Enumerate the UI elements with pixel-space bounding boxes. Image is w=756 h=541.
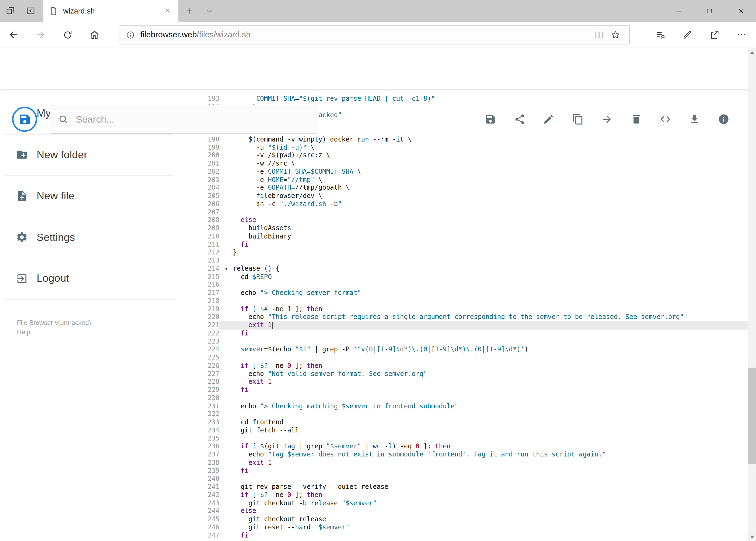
home-button[interactable] xyxy=(81,22,108,48)
share-page-button[interactable] xyxy=(701,22,728,48)
code-line-205[interactable]: 205 filebrowser/dev \ xyxy=(193,192,748,200)
code-line-209[interactable]: 209 buildAssets xyxy=(193,225,748,233)
sidebar-item-new-file[interactable]: New file xyxy=(4,176,173,217)
code-line-243[interactable]: 243 git checkout -b release "$semver" xyxy=(193,499,748,507)
code-line-219[interactable]: 219 if [ $# -ne 1 ]; then xyxy=(193,305,748,313)
code-line-242[interactable]: 242 if [ $? -ne 0 ]; then xyxy=(193,491,748,499)
sidebar-item-new-folder[interactable]: New folder xyxy=(4,135,173,176)
vertical-scrollbar[interactable] xyxy=(748,48,756,541)
new-tab-button[interactable] xyxy=(178,0,200,22)
copy-button[interactable] xyxy=(566,108,590,131)
code-line-236[interactable]: 236 if [ $(git tag | grep "$semver" | wc… xyxy=(193,443,748,451)
code-line-246[interactable]: 246 git reset --hard "$semver" xyxy=(193,523,748,532)
code-line-222[interactable]: 222 fi xyxy=(193,329,748,337)
tab-list-button[interactable] xyxy=(200,0,219,22)
share-button[interactable] xyxy=(508,108,531,131)
tab-close-icon[interactable] xyxy=(162,6,172,16)
hub-button[interactable] xyxy=(647,22,674,48)
set-tabs-aside-button[interactable] xyxy=(20,0,41,22)
code-line-198[interactable]: 198 $(command -v winpty) docker run --rm… xyxy=(193,136,748,144)
help-link[interactable]: Help xyxy=(17,327,91,337)
back-button[interactable] xyxy=(0,22,27,48)
code-line-213[interactable]: 213 xyxy=(193,257,748,265)
code-line-216[interactable]: 216 xyxy=(193,281,748,289)
code-line-206[interactable]: 206 sh -c "./wizard.sh -b" xyxy=(193,200,748,208)
browser-tab-bar: wizard.sh xyxy=(0,0,756,22)
site-info-icon[interactable] xyxy=(126,30,135,39)
code-line-230[interactable]: 230 xyxy=(193,394,748,402)
code-line-237[interactable]: 237 echo "Tag $semver does not exist in … xyxy=(193,451,748,459)
code-line-201[interactable]: 201 -w //src \ xyxy=(193,160,748,168)
refresh-button[interactable] xyxy=(54,22,81,48)
code-editor[interactable]: 193 COMMIT_SHA="$(git rev-parse HEAD | c… xyxy=(193,89,748,541)
code-line-228[interactable]: 228 exit 1 xyxy=(193,378,748,386)
more-button[interactable] xyxy=(728,22,755,48)
code-line-229[interactable]: 229 fi xyxy=(193,386,748,394)
browser-tab[interactable]: wizard.sh xyxy=(44,0,178,22)
code-line-245[interactable]: 245 git checkout release xyxy=(193,515,748,523)
code-line-199[interactable]: 199 -u "$(id -u)" \ xyxy=(193,144,748,152)
code-line-241[interactable]: 241 git rev-parse --verify --quiet relea… xyxy=(193,483,748,491)
close-icon xyxy=(737,7,744,15)
code-line-212[interactable]: 212} xyxy=(193,249,748,257)
window-minimize-button[interactable] xyxy=(663,0,694,22)
window-maximize-button[interactable] xyxy=(694,0,725,22)
code-line-223[interactable]: 223 xyxy=(193,337,748,346)
search-input[interactable] xyxy=(76,114,310,125)
move-icon xyxy=(601,114,613,125)
code-line-200[interactable]: 200 -v /$(pwd):/src:z \ xyxy=(193,152,748,160)
code-line-240[interactable]: 240 xyxy=(193,475,748,483)
code-line-218[interactable]: 218 xyxy=(193,297,748,305)
favorite-button[interactable] xyxy=(607,26,624,44)
code-line-231[interactable]: 231 echo "> Checking matching $semver in… xyxy=(193,402,748,410)
address-bar[interactable]: filebrowser.web/files/wizard.sh xyxy=(120,25,630,44)
move-button[interactable] xyxy=(596,108,619,131)
code-line-203[interactable]: 203 -e HOME="//tmp" \ xyxy=(193,176,748,184)
search-box[interactable] xyxy=(50,105,318,134)
code-line-215[interactable]: 215 cd $REPO xyxy=(193,273,748,281)
delete-button[interactable] xyxy=(625,108,648,131)
code-line-238[interactable]: 238 exit 1 xyxy=(193,459,748,467)
filebrowser-logo[interactable] xyxy=(12,107,37,132)
code-line-207[interactable]: 207 xyxy=(193,208,748,216)
reading-view-button[interactable] xyxy=(591,26,607,44)
code-line-232[interactable]: 232 xyxy=(193,410,748,418)
code-line-208[interactable]: 208 else xyxy=(193,216,748,225)
web-note-button[interactable] xyxy=(674,22,701,48)
sidebar-item-settings[interactable]: Settings xyxy=(4,217,173,258)
code-line-239[interactable]: 239 fi xyxy=(193,467,748,475)
sidebar-item-logout[interactable]: Logout xyxy=(4,258,173,299)
code-line-226[interactable]: 226 if [ $? -ne 0 ]; then xyxy=(193,362,748,370)
info-button[interactable] xyxy=(712,108,735,131)
save-button[interactable] xyxy=(479,108,502,131)
forward-button[interactable] xyxy=(27,22,54,48)
tab-preview-button[interactable] xyxy=(0,0,20,22)
code-text: fi xyxy=(219,241,748,249)
code-line-244[interactable]: 244 else xyxy=(193,507,748,515)
fold-marker-icon[interactable]: ▾ xyxy=(225,265,227,273)
download-button[interactable] xyxy=(683,108,706,131)
code-line-247[interactable]: 247 fi xyxy=(193,532,748,540)
code-line-221[interactable]: 221 exit 1 xyxy=(193,321,748,329)
code-line-227[interactable]: 227 echo "Not valid semver format. See s… xyxy=(193,370,748,378)
search-icon xyxy=(58,114,69,125)
scrollbar-thumb[interactable] xyxy=(748,368,756,464)
code-line-225[interactable]: 225 xyxy=(193,354,748,362)
code-line-224[interactable]: 224 semver=$(echo "$1" | grep -P '^v(0|[… xyxy=(193,346,748,354)
rename-button[interactable] xyxy=(537,108,560,131)
scroll-up-button[interactable] xyxy=(748,48,756,56)
code-line-202[interactable]: 202 -e COMMIT_SHA=$COMMIT_SHA \ xyxy=(193,168,748,176)
code-line-234[interactable]: 234 git fetch --all xyxy=(193,426,748,435)
window-close-button[interactable] xyxy=(725,0,756,22)
code-line-204[interactable]: 204 -e GOPATH=//tmp/gopath \ xyxy=(193,184,748,192)
code-line-211[interactable]: 211 fi xyxy=(193,241,748,249)
scroll-down-button[interactable] xyxy=(748,533,756,541)
code-line-217[interactable]: 217 echo "> Checking semver format" xyxy=(193,289,748,297)
code-line-214[interactable]: 214▾release () { xyxy=(193,265,748,273)
code-line-210[interactable]: 210 buildBinary xyxy=(193,233,748,241)
code-line-235[interactable]: 235 xyxy=(193,435,748,443)
code-line-220[interactable]: 220 echo "This release script requires a… xyxy=(193,313,748,321)
code-line-233[interactable]: 233 cd frontend xyxy=(193,418,748,426)
code-line-193[interactable]: 193 COMMIT_SHA="$(git rev-parse HEAD | c… xyxy=(193,95,748,103)
code-button[interactable] xyxy=(654,108,677,131)
